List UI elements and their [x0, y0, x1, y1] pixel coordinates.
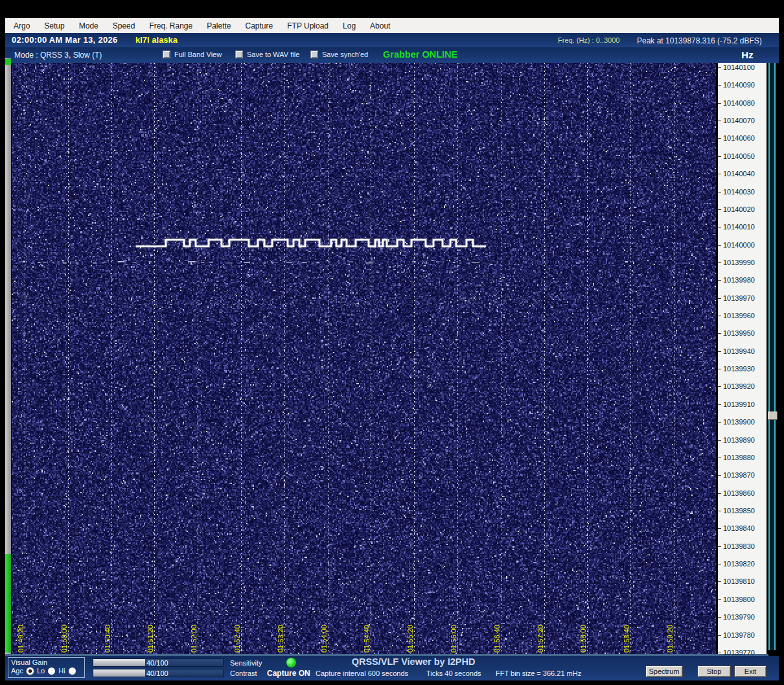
freq-tick	[718, 245, 721, 246]
capture-interval-label: Capture interval 600 seconds	[316, 669, 408, 677]
freq-scale-label: 10139920	[718, 382, 767, 391]
sensitivity-label: Sensitivity	[230, 659, 262, 667]
freq-scale-label: 10140050	[718, 152, 767, 161]
freq-tick	[718, 192, 721, 192]
freq-tick	[718, 528, 721, 529]
freq-tick	[718, 333, 721, 334]
visual-gain-group: Visual Gain Agc Lo Hi	[8, 657, 85, 678]
freq-scale-label: 10139960	[718, 311, 767, 320]
freq-scale: 1014010010140090101400801014007010140060…	[718, 63, 767, 654]
freq-scale-label: 10139840	[718, 524, 767, 533]
freq-scale-label: 10139800	[718, 595, 767, 604]
freq-tick	[718, 404, 721, 405]
freq-scale-label: 10139850	[718, 506, 767, 515]
freq-scale-label: 10139780	[718, 631, 767, 640]
menu-setup[interactable]: Setup	[44, 21, 64, 30]
freq-scale-label: 10139820	[718, 559, 767, 568]
freq-scale-label: 10140040	[718, 169, 767, 178]
freq-tick	[718, 458, 721, 458]
freq-tick	[718, 121, 721, 121]
menu-argo[interactable]: Argo	[14, 21, 30, 30]
sensitivity-slider[interactable]: 40/100	[93, 658, 224, 667]
freq-scale-label: 10139990	[718, 258, 767, 267]
exit-button[interactable]: Exit	[734, 666, 767, 677]
ticks-info-label: Ticks 40 seconds	[426, 669, 481, 677]
menu-palette[interactable]: Palette	[207, 21, 231, 30]
capture-progress-bar	[5, 58, 11, 654]
menu-about[interactable]: About	[370, 21, 390, 30]
freq-scale-label: 10139970	[718, 294, 767, 303]
menu-freq-range[interactable]: Freq. Range	[149, 21, 192, 30]
freq-offset-scrollbar[interactable]	[768, 63, 776, 650]
freq-tick	[718, 581, 721, 582]
freq-scale-label: 10139810	[718, 577, 767, 586]
contrast-value: 40/100	[145, 669, 168, 677]
contrast-label: Contrast	[230, 669, 257, 677]
radio-agc[interactable]	[27, 668, 34, 675]
radio-agc-label: Agc	[11, 667, 23, 675]
freq-tick	[718, 85, 721, 86]
freq-scale-label: 10139860	[718, 489, 767, 498]
peak-readout: Peak at 10139878.316 (-75.2 dBFS)	[637, 36, 762, 45]
freq-range-label: Freq. (Hz) : 0..3000	[558, 36, 619, 44]
freq-tick	[718, 386, 721, 387]
slider-fill	[93, 669, 145, 677]
freq-scale-label: 10140000	[718, 240, 767, 250]
freq-tick	[718, 653, 721, 653]
spectrum-button[interactable]: Spectrum	[645, 666, 683, 677]
menu-ftp-upload[interactable]: FTP Upload	[287, 21, 329, 30]
freq-tick	[718, 174, 721, 174]
freq-tick	[718, 475, 721, 476]
freq-tick	[718, 227, 721, 227]
menu-bar: Argo Setup Mode Speed Freq. Range Palett…	[5, 18, 779, 33]
sensitivity-value: 40/100	[145, 659, 168, 667]
freq-scale-label: 10139930	[718, 364, 767, 373]
freq-tick	[718, 316, 721, 316]
app-window: Argo Setup Mode Speed Freq. Range Palett…	[0, 0, 784, 685]
capture-led-icon	[286, 658, 296, 668]
freq-tick	[718, 440, 721, 441]
checkbox-icon[interactable]	[163, 51, 170, 58]
radio-lo[interactable]	[48, 668, 55, 675]
fft-bin-label: FFT bin size = 366.21 mHz	[496, 669, 581, 677]
datetime-label: 02:00:00 AM Mar 13, 2026	[12, 35, 118, 45]
freq-tick	[718, 298, 721, 299]
freq-tick	[718, 138, 721, 139]
freq-scale-label: 10139890	[718, 435, 767, 445]
freq-scale-label: 10140100	[718, 63, 767, 72]
app-title: QRSS/VLF Viewer by I2PHD	[303, 656, 524, 667]
checkbox-save-wav[interactable]: Save to WAV file	[235, 51, 299, 58]
checkbox-save-synched[interactable]: Save synch'ed	[310, 51, 368, 58]
progress-fill	[5, 554, 11, 653]
freq-scale-label: 10140020	[718, 205, 767, 214]
scrollbar-thumb[interactable]	[768, 412, 778, 420]
spectrogram-display[interactable]	[12, 63, 716, 654]
contrast-slider[interactable]: 40/100	[93, 669, 224, 677]
freq-unit-label: Hz	[723, 49, 772, 60]
checkbox-icon[interactable]	[310, 51, 318, 58]
checkbox-icon[interactable]	[235, 51, 243, 58]
checkbox-label: Full Band View	[174, 51, 222, 58]
freq-scale-label: 10140010	[718, 222, 767, 231]
checkbox-full-band-view[interactable]: Full Band View	[163, 51, 222, 58]
menu-speed[interactable]: Speed	[113, 21, 135, 30]
menu-mode[interactable]: Mode	[79, 21, 98, 30]
mode-bar: Mode : QRSS 3, Slow (T) Full Band View S…	[5, 47, 779, 63]
stop-button[interactable]: Stop	[697, 666, 731, 677]
checkbox-label: Save to WAV file	[247, 51, 299, 58]
freq-tick	[718, 351, 721, 352]
menu-log[interactable]: Log	[343, 21, 356, 30]
radio-hi[interactable]	[69, 668, 76, 675]
menu-capture[interactable]: Capture	[246, 21, 273, 30]
freq-scale-label: 10139980	[718, 275, 767, 284]
freq-tick	[718, 369, 721, 369]
freq-tick	[718, 156, 721, 157]
freq-tick	[718, 635, 721, 636]
freq-scale-label: 10139950	[718, 329, 767, 338]
status-bar: Visual Gain Agc Lo Hi 40/100 40/100 Sens…	[5, 656, 779, 680]
freq-scale-label: 10139830	[718, 542, 767, 551]
freq-scale-label: 10140030	[718, 187, 767, 196]
freq-tick	[718, 546, 721, 547]
progress-top-marker	[5, 59, 11, 65]
freq-scale-label: 10139880	[718, 453, 767, 462]
